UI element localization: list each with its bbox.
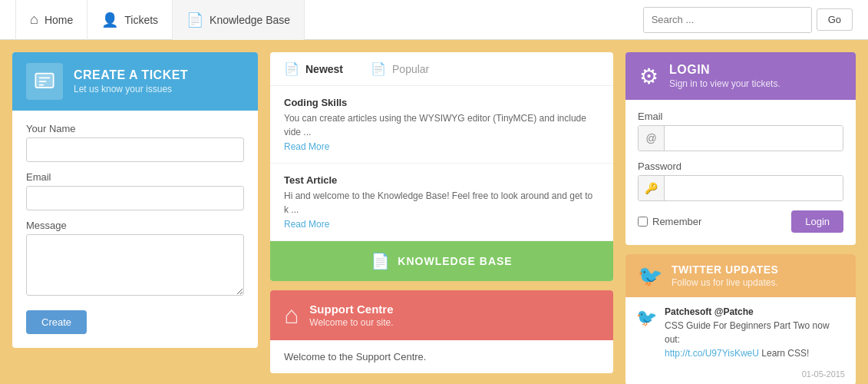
nav-tickets[interactable]: 👤 Tickets xyxy=(87,0,173,40)
left-column: CREATE A TICKET Let us know your issues … xyxy=(12,52,258,384)
tweet-link-suffix: Learn CSS! xyxy=(761,348,809,359)
article-2-excerpt: Hi and welcome to the Knowledge Base! Fe… xyxy=(284,189,599,217)
login-gear-icon: ⚙ xyxy=(639,64,658,89)
search-area: Go xyxy=(643,7,853,33)
articles-box: 📄 Newest 📄 Popular Coding Skills You can… xyxy=(270,52,613,281)
create-button[interactable]: Create xyxy=(26,310,87,334)
tweet-bird-icon: 🐦 xyxy=(636,308,657,360)
remember-row: Remember Login xyxy=(638,210,843,233)
search-input[interactable] xyxy=(643,7,812,33)
support-centre-header: ⌂ Support Centre Welcome to our site. xyxy=(270,290,613,340)
login-password-label: Password xyxy=(638,161,843,172)
twitter-header: 🐦 TWITTER UPDATES Follow us for live upd… xyxy=(625,254,856,297)
nav-kb[interactable]: 📄 Knowledge Base xyxy=(173,0,305,40)
tab-newest-label: Newest xyxy=(305,63,343,75)
create-ticket-header: CREATE A TICKET Let us know your issues xyxy=(12,52,258,111)
login-subtitle: Sign in to view your tickets. xyxy=(669,78,781,89)
nav-items: ⌂ Home 👤 Tickets 📄 Knowledge Base xyxy=(15,0,643,40)
login-email-label: Email xyxy=(638,111,843,122)
article-2-read-more[interactable]: Read More xyxy=(284,219,329,230)
create-ticket-title: CREATE A TICKET xyxy=(74,68,188,82)
message-label: Message xyxy=(26,220,244,231)
article-2-title: Test Article xyxy=(284,174,599,186)
nav-home-label: Home xyxy=(45,14,73,26)
tweet-user: Patchesoft @Patche xyxy=(665,306,845,317)
kb-banner[interactable]: 📄 KNOWLEDGE BASE xyxy=(270,241,613,281)
support-centre-content: Welcome to the Support Centre. xyxy=(270,340,613,373)
support-centre-info: Support Centre Welcome to our site. xyxy=(309,303,393,328)
twitter-bird-icon: 🐦 xyxy=(638,264,662,288)
articles-tabs: 📄 Newest 📄 Popular xyxy=(270,52,613,86)
name-label: Your Name xyxy=(26,123,244,134)
tickets-icon: 👤 xyxy=(101,12,118,28)
tweet-content: Patchesoft @Patche CSS Guide For Beginne… xyxy=(665,306,845,360)
nav-tickets-label: Tickets xyxy=(124,14,158,26)
password-input-group: 🔑 xyxy=(638,175,843,201)
create-ticket-box: CREATE A TICKET Let us know your issues … xyxy=(12,52,258,348)
tweet-text-main: CSS Guide For Beginners Part Two now out… xyxy=(665,320,830,345)
login-box: ⚙ LOGIN Sign in to view your tickets. Em… xyxy=(625,52,856,245)
name-input[interactable] xyxy=(26,137,244,162)
create-ticket-icon xyxy=(26,63,63,100)
navbar: ⌂ Home 👤 Tickets 📄 Knowledge Base Go xyxy=(0,0,868,40)
tab-newest[interactable]: 📄 Newest xyxy=(270,52,357,85)
twitter-header-title: TWITTER UPDATES xyxy=(672,263,778,276)
kb-banner-icon: 📄 xyxy=(371,252,390,270)
main-layout: CREATE A TICKET Let us know your issues … xyxy=(0,40,868,384)
login-title: LOGIN xyxy=(669,63,781,77)
tweet-date: 01-05-2015 xyxy=(625,369,856,384)
tab-popular-label: Popular xyxy=(392,63,429,75)
article-1-read-more[interactable]: Read More xyxy=(284,141,329,152)
create-ticket-info: CREATE A TICKET Let us know your issues xyxy=(74,68,188,94)
tab-popular[interactable]: 📄 Popular xyxy=(357,52,443,85)
nav-kb-label: Knowledge Base xyxy=(210,14,290,26)
kb-banner-label: KNOWLEDGE BASE xyxy=(398,255,512,267)
twitter-header-info: TWITTER UPDATES Follow us for live updat… xyxy=(672,263,778,288)
tweet-text: CSS Guide For Beginners Part Two now out… xyxy=(665,319,845,360)
email-input-group: @ xyxy=(638,125,843,151)
login-form: Email @ Password 🔑 Remember Login xyxy=(625,100,856,245)
article-1-title: Coding Skills xyxy=(284,97,599,108)
newest-tab-icon: 📄 xyxy=(284,61,299,76)
tweet-link[interactable]: http://t.co/U97YisKweU xyxy=(665,348,759,359)
login-password-input[interactable] xyxy=(665,176,843,200)
remember-checkbox[interactable] xyxy=(638,217,648,227)
svg-rect-0 xyxy=(35,74,53,88)
article-item-1: Coding Skills You can create articles us… xyxy=(270,86,613,164)
create-ticket-form: Your Name Email Message Create xyxy=(12,111,258,348)
email-at-icon: @ xyxy=(639,126,665,151)
create-ticket-subtitle: Let us know your issues xyxy=(74,84,188,94)
message-textarea[interactable] xyxy=(26,234,244,296)
support-centre-subtitle: Welcome to our site. xyxy=(309,317,393,328)
support-centre-box: ⌂ Support Centre Welcome to our site. We… xyxy=(270,290,613,373)
support-icon: ⌂ xyxy=(284,301,299,329)
email-group: Email xyxy=(26,171,244,210)
email-label: Email xyxy=(26,171,244,183)
right-column: ⚙ LOGIN Sign in to view your tickets. Em… xyxy=(625,52,856,384)
remember-label[interactable]: Remember xyxy=(638,216,701,227)
search-button[interactable]: Go xyxy=(817,8,853,31)
login-header: ⚙ LOGIN Sign in to view your tickets. xyxy=(625,52,856,100)
home-icon: ⌂ xyxy=(30,12,38,28)
article-1-excerpt: You can create articles using the WYSIWY… xyxy=(284,111,599,139)
login-button[interactable]: Login xyxy=(791,210,843,233)
twitter-header-subtitle: Follow us for live updates. xyxy=(672,277,778,288)
popular-tab-icon: 📄 xyxy=(371,61,386,76)
twitter-box: 🐦 TWITTER UPDATES Follow us for live upd… xyxy=(625,254,856,384)
login-info: LOGIN Sign in to view your tickets. xyxy=(669,63,781,89)
nav-home[interactable]: ⌂ Home xyxy=(15,0,87,40)
message-group: Message xyxy=(26,220,244,298)
email-input[interactable] xyxy=(26,186,244,210)
name-group: Your Name xyxy=(26,123,244,162)
kb-icon: 📄 xyxy=(186,12,203,28)
support-centre-title: Support Centre xyxy=(309,303,393,316)
middle-column: 📄 Newest 📄 Popular Coding Skills You can… xyxy=(270,52,613,384)
tweet-item: 🐦 Patchesoft @Patche CSS Guide For Begin… xyxy=(625,297,856,369)
password-key-icon: 🔑 xyxy=(639,176,665,200)
login-email-input[interactable] xyxy=(665,126,843,151)
article-item-2: Test Article Hi and welcome to the Knowl… xyxy=(270,164,613,241)
